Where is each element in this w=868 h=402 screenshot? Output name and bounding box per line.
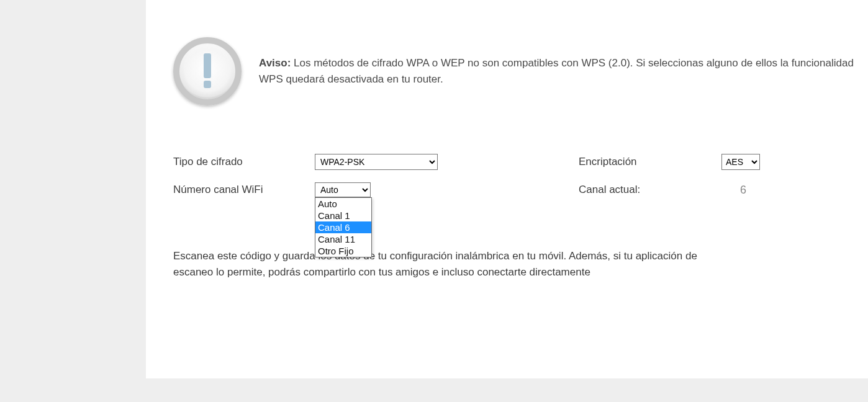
settings-panel: Aviso: Los métodos de cifrado WPA o WEP …: [146, 0, 868, 378]
current-channel-label: Canal actual:: [579, 184, 721, 196]
info-icon: [173, 37, 242, 105]
channel-option-auto[interactable]: Auto: [315, 198, 371, 210]
cipher-label: Tipo de cifrado: [173, 156, 315, 168]
encryption-select[interactable]: AES: [721, 154, 760, 170]
channel-label: Número canal WiFi: [173, 184, 315, 196]
channel-option-1[interactable]: Canal 1: [315, 210, 371, 221]
notice-prefix: Aviso:: [259, 57, 291, 69]
channel-select[interactable]: Auto: [315, 182, 371, 197]
notice-text: Aviso: Los métodos de cifrado WPA o WEP …: [259, 55, 868, 88]
wifi-settings-form: Tipo de cifrado WPA2-PSK Encriptación AE…: [146, 105, 868, 281]
qr-instruction-text: Escanea este código y guarda los datos d…: [173, 248, 732, 281]
cipher-select[interactable]: WPA2-PSK: [315, 154, 438, 170]
channel-option-6[interactable]: Canal 6: [315, 221, 371, 233]
current-channel-value: 6: [721, 184, 746, 197]
cipher-row: Tipo de cifrado WPA2-PSK Encriptación AE…: [173, 154, 831, 170]
encryption-label: Encriptación: [579, 156, 721, 168]
channel-dropdown-list[interactable]: Auto Canal 1 Canal 6 Canal 11 Otro Fijo: [315, 197, 372, 257]
channel-row: Número canal WiFi Auto Auto Canal 1 Cana…: [173, 182, 831, 197]
wps-warning-notice: Aviso: Los métodos de cifrado WPA o WEP …: [146, 0, 868, 105]
channel-option-11[interactable]: Canal 11: [315, 233, 371, 245]
channel-option-other[interactable]: Otro Fijo: [315, 245, 371, 257]
notice-body: Los métodos de cifrado WPA o WEP no son …: [259, 57, 854, 85]
